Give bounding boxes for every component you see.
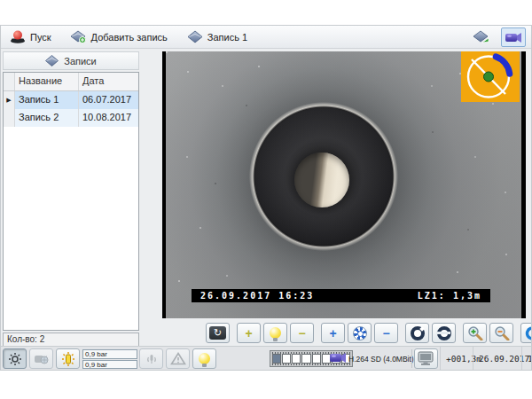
film-cell (272, 354, 281, 364)
record-row-1[interactable]: ▶ Запись 1 06.07.2017 (4, 91, 138, 109)
minus-icon: − (382, 327, 389, 340)
center-dot-icon (484, 72, 494, 82)
iris-open-icon (411, 326, 425, 340)
column-header-name[interactable]: Название (15, 73, 79, 90)
records-table: Название Дата ▶ Запись 1 06.07.2017 Запи… (3, 72, 139, 331)
film-cell (312, 354, 321, 364)
lamp-flash-button[interactable] (56, 348, 80, 369)
start-button[interactable]: Пуск (6, 28, 55, 45)
time-cell: 16:23 (521, 347, 532, 371)
video-feed[interactable]: 26.09.2017 16:23 LZ1: 1,3m (162, 51, 526, 318)
video-overlay: 26.09.2017 16:23 LZ1: 1,3m (192, 289, 490, 302)
film-cell (282, 354, 291, 364)
overlay-distance: LZ1: 1,3m (418, 291, 481, 301)
records-icon (45, 55, 59, 66)
record-tab-button[interactable]: Запись 1 (184, 28, 251, 45)
toolbar-right-group (470, 27, 526, 47)
led-lamp-button[interactable] (263, 323, 287, 343)
iris-open-button[interactable] (405, 323, 429, 343)
bulb-icon (199, 353, 210, 364)
video-toolbar: ↻ + − + − (206, 323, 532, 344)
gain-plus-button[interactable]: + (321, 323, 345, 343)
row-marker-empty (4, 109, 15, 127)
reset-icon (525, 326, 532, 340)
export-record-button[interactable] (470, 27, 494, 47)
record-count: Кол-во: 2 (3, 332, 139, 347)
pressure-display: 0,9 bar 0,9 bar (82, 349, 137, 369)
records-panel: Записи Название Дата ▶ Запись 1 06.07.20… (3, 51, 139, 347)
warning-icon (170, 352, 186, 365)
brightness-icon (8, 352, 22, 366)
camera-globe-button[interactable] (29, 348, 53, 369)
app-window: Пуск Добавить запись Запись 1 (0, 25, 532, 371)
zoom-out-button[interactable] (489, 323, 513, 343)
brightness-button[interactable] (3, 348, 27, 369)
record-date: 10.08.2017 (79, 109, 138, 127)
add-record-button[interactable]: Добавить запись (67, 28, 171, 45)
camera-globe-icon (34, 352, 50, 365)
record-date: 06.07.2017 (79, 91, 138, 109)
led-plus-button[interactable]: + (237, 323, 261, 343)
add-record-icon (71, 30, 87, 43)
camera-view-button[interactable] (501, 27, 526, 47)
records-header[interactable]: Записи (3, 51, 139, 70)
start-label: Пуск (30, 32, 51, 43)
led-minus-button[interactable]: − (290, 323, 314, 343)
column-header-date[interactable]: Дата (79, 73, 138, 90)
roll-arc-icon (496, 57, 510, 74)
status-bar: 0,9 bar 0,9 bar (1, 346, 531, 370)
pressure-value-bottom: 0,9 bar (82, 360, 137, 370)
film-cell (292, 354, 301, 364)
bulb-button[interactable] (192, 348, 216, 369)
codec-label: H.264 SD (4.0MBit) (348, 355, 411, 364)
zoom-out-icon (494, 325, 510, 340)
record-icon (187, 30, 203, 43)
microphone-icon (144, 353, 160, 365)
aperture-icon (353, 326, 367, 340)
film-cell (301, 354, 310, 364)
record-name: Запись 2 (15, 109, 79, 127)
snapshot-icon: ↻ (209, 326, 226, 340)
snapshot-button[interactable]: ↻ (206, 323, 230, 343)
gain-minus-button[interactable]: − (374, 323, 398, 343)
monitor-button[interactable] (414, 348, 438, 369)
record-label: Запись 1 (207, 32, 247, 43)
main-toolbar: Пуск Добавить запись Запись 1 (1, 26, 531, 49)
plus-icon: + (245, 327, 252, 340)
lamp-icon (270, 327, 281, 339)
export-record-icon (473, 30, 490, 44)
record-name: Запись 1 (15, 91, 79, 109)
start-icon (10, 30, 26, 43)
lamp-flash-icon (60, 351, 76, 367)
statusbar-separator (411, 349, 412, 368)
zoom-in-button[interactable] (463, 323, 487, 343)
texture-speckles (166, 51, 168, 53)
microphone-button[interactable] (139, 348, 163, 369)
records-table-header: Название Дата (4, 73, 138, 91)
camera-icon (505, 30, 522, 44)
aperture-button[interactable] (348, 323, 372, 343)
reset-view-button[interactable] (520, 323, 532, 343)
codec-camera-icon (329, 350, 347, 364)
minus-icon: − (298, 327, 305, 340)
pipe-hole-image (294, 153, 349, 207)
marker-column-header (4, 73, 15, 90)
row-marker-icon: ▶ (4, 91, 15, 109)
add-record-label: Добавить запись (91, 32, 168, 43)
orientation-indicator (461, 51, 520, 102)
record-row-2[interactable]: Запись 2 10.08.2017 (4, 109, 138, 127)
warning-button[interactable] (166, 348, 190, 369)
screen: Пуск Добавить запись Запись 1 (0, 0, 532, 399)
iris-close-button[interactable] (432, 323, 456, 343)
records-header-label: Записи (64, 56, 97, 66)
date-cell: 26.09.2017 (473, 347, 521, 371)
monitor-icon (418, 351, 435, 366)
iris-close-icon (437, 326, 451, 340)
pressure-value-top: 0,9 bar (82, 349, 137, 359)
plus-icon: + (329, 327, 336, 340)
zoom-in-icon (467, 325, 483, 340)
overlay-datetime: 26.09.2017 16:23 (200, 291, 314, 301)
